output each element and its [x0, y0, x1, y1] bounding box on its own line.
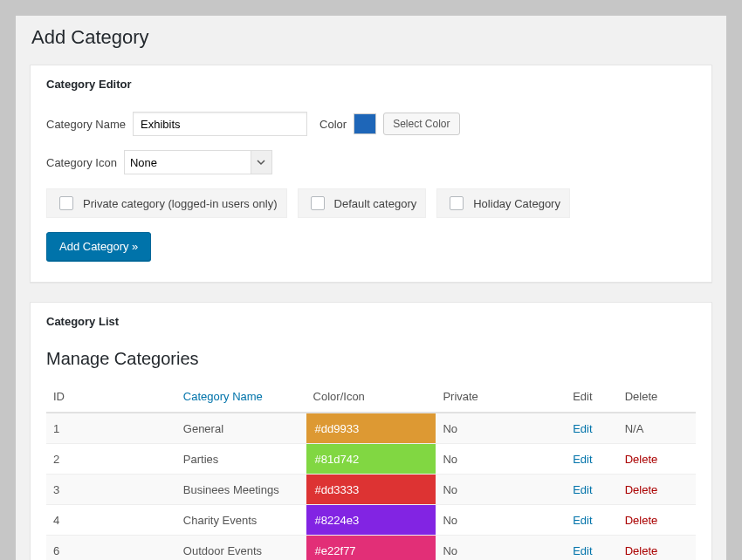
delete-link[interactable]: Delete [625, 544, 658, 557]
cell-edit: Edit [566, 444, 618, 475]
cell-private: No [436, 475, 566, 505]
cell-delete: Delete [618, 536, 696, 561]
cell-id: 2 [46, 444, 176, 475]
color-chip: #e22f77 [306, 536, 436, 560]
cell-color: #8224e3 [306, 505, 436, 536]
col-name[interactable]: Category Name [176, 381, 306, 413]
holiday-category-label: Holiday Category [473, 197, 560, 210]
table-row: 2Parties#81d742NoEditDelete [46, 444, 696, 475]
cell-private: No [436, 536, 566, 561]
cell-color: #81d742 [306, 444, 436, 475]
color-chip: #81d742 [306, 444, 436, 474]
cell-delete: N/A [618, 413, 696, 444]
cell-id: 1 [46, 413, 176, 444]
color-label: Color [319, 118, 347, 131]
edit-link[interactable]: Edit [573, 483, 592, 496]
cell-edit: Edit [566, 505, 618, 536]
cell-color: #dd9933 [306, 413, 436, 444]
color-chip: #dd9933 [306, 413, 436, 443]
category-name-input[interactable] [133, 112, 307, 136]
add-category-button[interactable]: Add Category » [46, 232, 151, 261]
cell-name: Outdoor Events [176, 536, 306, 561]
edit-link[interactable]: Edit [573, 514, 592, 527]
table-row: 1General#dd9933NoEditN/A [46, 413, 696, 444]
cell-delete: Delete [618, 475, 696, 505]
category-list-title: Category List [46, 315, 696, 328]
cell-delete: Delete [618, 505, 696, 536]
col-color: Color/Icon [306, 381, 436, 413]
category-icon-select[interactable]: None [124, 150, 272, 174]
table-row: 4Charity Events#8224e3NoEditDelete [46, 505, 696, 536]
default-category-checkbox[interactable] [311, 196, 325, 210]
cell-private: No [436, 413, 566, 444]
cell-name: General [176, 413, 306, 444]
cell-private: No [436, 505, 566, 536]
holiday-category-checkbox[interactable] [450, 196, 464, 210]
col-private: Private [436, 381, 566, 413]
private-category-checkbox[interactable] [59, 196, 73, 210]
cell-id: 4 [46, 505, 176, 536]
table-row: 6Outdoor Events#e22f77NoEditDelete [46, 536, 696, 561]
cell-private: No [436, 444, 566, 475]
cell-color: #e22f77 [306, 536, 436, 561]
category-editor-card: Category Editor Category Name Color Sele… [30, 65, 712, 283]
col-delete: Delete [618, 381, 696, 413]
category-name-label: Category Name [46, 118, 126, 131]
page-title: Add Category [31, 26, 712, 49]
cell-color: #dd3333 [306, 475, 436, 505]
default-category-label: Default category [334, 197, 417, 210]
category-editor-title: Category Editor [46, 78, 696, 91]
select-color-button[interactable]: Select Color [383, 113, 459, 136]
cell-name: Businees Meetings [176, 475, 306, 505]
private-category-label: Private category (logged-in users only) [83, 197, 278, 210]
delete-link[interactable]: Delete [625, 453, 658, 466]
category-table: ID Category Name Color/Icon Private Edit… [46, 381, 696, 560]
cell-id: 3 [46, 475, 176, 505]
color-chip: #dd3333 [306, 475, 436, 504]
color-chip: #8224e3 [306, 505, 436, 535]
delete-link[interactable]: Delete [625, 514, 658, 527]
delete-link[interactable]: Delete [625, 483, 658, 496]
edit-link[interactable]: Edit [573, 544, 592, 557]
cell-edit: Edit [566, 536, 618, 561]
table-row: 3Businees Meetings#dd3333NoEditDelete [46, 475, 696, 505]
cell-edit: Edit [566, 475, 618, 505]
holiday-category-option[interactable]: Holiday Category [436, 188, 570, 218]
category-icon-label: Category Icon [46, 156, 117, 169]
edit-link[interactable]: Edit [573, 453, 592, 466]
color-swatch[interactable] [354, 113, 376, 134]
cell-edit: Edit [566, 413, 618, 444]
manage-categories-heading: Manage Categories [46, 349, 696, 369]
col-id: ID [46, 381, 176, 413]
category-list-card: Category List Manage Categories ID Categ… [30, 302, 712, 560]
cell-name: Parties [176, 444, 306, 475]
edit-link[interactable]: Edit [573, 422, 592, 435]
cell-delete: Delete [618, 444, 696, 475]
default-category-option[interactable]: Default category [298, 188, 427, 218]
col-edit: Edit [566, 381, 618, 413]
private-category-option[interactable]: Private category (logged-in users only) [46, 188, 287, 218]
cell-name: Charity Events [176, 505, 306, 536]
cell-id: 6 [46, 536, 176, 561]
